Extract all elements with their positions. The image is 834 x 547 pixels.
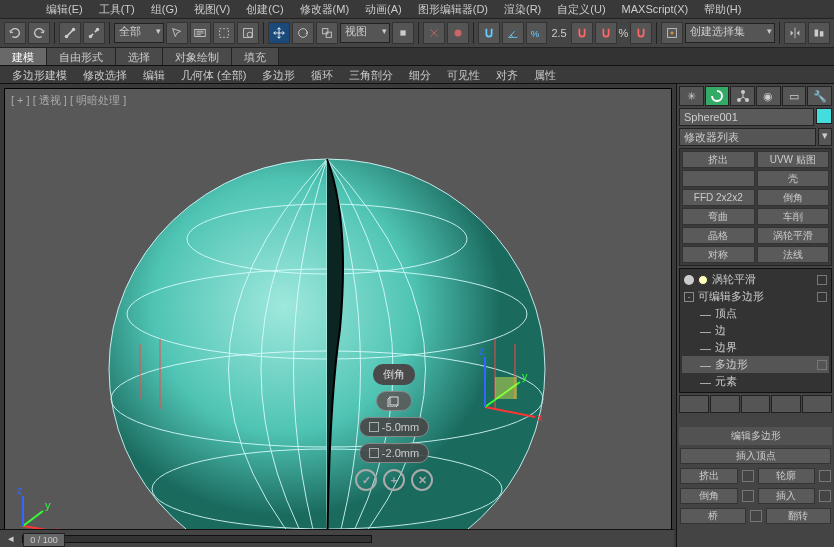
select-name-icon[interactable]	[190, 22, 212, 44]
show-end-icon[interactable]	[710, 395, 740, 413]
object-name-field[interactable]: Sphere001	[679, 108, 814, 126]
extrude-button[interactable]: 挤出	[680, 468, 738, 484]
percent-snap-icon[interactable]: %	[526, 22, 548, 44]
subtab-tris[interactable]: 三角剖分	[341, 66, 401, 83]
refcoord-dropdown[interactable]: 视图	[340, 23, 390, 43]
tab-populate[interactable]: 填充	[232, 48, 279, 65]
select-icon[interactable]	[166, 22, 188, 44]
subtab-geomall[interactable]: 几何体 (全部)	[173, 66, 254, 83]
move-icon[interactable]	[268, 22, 290, 44]
bevel-settings[interactable]	[742, 490, 754, 502]
modifier-dropdown-arrow[interactable]: ▾	[818, 128, 832, 146]
inset-settings[interactable]	[819, 490, 831, 502]
angle-snap-icon[interactable]	[502, 22, 524, 44]
pivot-icon[interactable]	[392, 22, 414, 44]
mod-blank[interactable]	[682, 170, 755, 187]
menu-group[interactable]: 组(G)	[145, 1, 184, 18]
stack-turbosmooth[interactable]: 涡轮平滑	[682, 271, 829, 288]
unlink-icon[interactable]	[83, 22, 105, 44]
transform-gizmo[interactable]: x y z	[465, 347, 545, 427]
snap-c-icon[interactable]	[630, 22, 652, 44]
flip-button[interactable]: 翻转	[766, 508, 832, 524]
subtab-props[interactable]: 属性	[526, 66, 564, 83]
remove-mod-icon[interactable]	[771, 395, 801, 413]
manipulate-icon[interactable]	[423, 22, 445, 44]
mod-bend[interactable]: 弯曲	[682, 208, 755, 225]
viewport-label[interactable]: [ + ] [ 透视 ] [ 明暗处理 ]	[11, 93, 126, 108]
mod-extrude[interactable]: 挤出	[682, 151, 755, 168]
caddy-cancel-button[interactable]: ✕	[411, 469, 433, 491]
snap-toggle-icon[interactable]	[478, 22, 500, 44]
menu-edit[interactable]: 编辑(E)	[40, 1, 89, 18]
menu-modifiers[interactable]: 修改器(M)	[294, 1, 356, 18]
bevel-button[interactable]: 倒角	[680, 488, 738, 504]
hierarchy-tab-icon[interactable]	[730, 86, 755, 106]
stack-element[interactable]: —元素	[682, 373, 829, 390]
extrude-settings[interactable]	[742, 470, 754, 482]
menu-help[interactable]: 帮助(H)	[698, 1, 747, 18]
configure-sets-icon[interactable]	[802, 395, 832, 413]
motion-tab-icon[interactable]: ◉	[756, 86, 781, 106]
modify-tab-icon[interactable]	[705, 86, 730, 106]
menu-grapheditors[interactable]: 图形编辑器(D)	[412, 1, 494, 18]
mod-ffd[interactable]: FFD 2x2x2	[682, 189, 755, 206]
mirror-icon[interactable]	[784, 22, 806, 44]
menu-tools[interactable]: 工具(T)	[93, 1, 141, 18]
stack-polygon[interactable]: —多边形	[682, 356, 829, 373]
stack-border[interactable]: —边界	[682, 339, 829, 356]
rollout-edit-polygons[interactable]: 编辑多边形	[679, 427, 832, 445]
redo-icon[interactable]	[28, 22, 50, 44]
caddy-height-spinner[interactable]: -5.0mm	[359, 417, 429, 437]
tab-freeform[interactable]: 自由形式	[47, 48, 116, 65]
mod-normal[interactable]: 法线	[757, 246, 830, 263]
caddy-type-button[interactable]	[376, 391, 412, 411]
time-slider[interactable]: ◂ 0 / 100	[0, 529, 674, 547]
tab-modeling[interactable]: 建模	[0, 48, 47, 65]
named-selset-dropdown[interactable]: 创建选择集	[685, 23, 775, 43]
tab-objectpaint[interactable]: 对象绘制	[163, 48, 232, 65]
outline-settings[interactable]	[819, 470, 831, 482]
timeline-track[interactable]: 0 / 100	[22, 535, 372, 543]
unique-icon[interactable]	[741, 395, 771, 413]
create-tab-icon[interactable]: ✳	[679, 86, 704, 106]
viewport-perspective[interactable]: [ + ] [ 透视 ] [ 明暗处理 ] x y z	[4, 88, 672, 543]
utilities-tab-icon[interactable]: 🔧	[807, 86, 832, 106]
mod-chamfer[interactable]: 倒角	[757, 189, 830, 206]
rotate-icon[interactable]	[292, 22, 314, 44]
menu-maxscript[interactable]: MAXScript(X)	[616, 2, 695, 16]
mod-shell[interactable]: 壳	[757, 170, 830, 187]
bridge-settings[interactable]	[750, 510, 762, 522]
subtab-loops[interactable]: 循环	[303, 66, 341, 83]
link-icon[interactable]	[59, 22, 81, 44]
modifier-stack[interactable]: 涡轮平滑 -可编辑多边形 —顶点 —边 —边界 —多边形 —元素	[679, 268, 832, 393]
mod-uvwmap[interactable]: UVW 贴图	[757, 151, 830, 168]
subtab-align[interactable]: 对齐	[488, 66, 526, 83]
menu-rendering[interactable]: 渲染(R)	[498, 1, 547, 18]
menu-animation[interactable]: 动画(A)	[359, 1, 408, 18]
menu-customize[interactable]: 自定义(U)	[551, 1, 611, 18]
modifier-list-dropdown[interactable]: 修改器列表	[679, 128, 816, 146]
subtab-edit[interactable]: 编辑	[135, 66, 173, 83]
inset-button[interactable]: 插入	[758, 488, 816, 504]
subtab-subdiv[interactable]: 细分	[401, 66, 439, 83]
outline-button[interactable]: 轮廓	[758, 468, 816, 484]
snap-b-icon[interactable]	[595, 22, 617, 44]
mod-turbosmooth[interactable]: 涡轮平滑	[757, 227, 830, 244]
caddy-outline-spinner[interactable]: -2.0mm	[359, 443, 429, 463]
window-crossing-icon[interactable]	[237, 22, 259, 44]
stack-edge[interactable]: —边	[682, 322, 829, 339]
subtab-visibility[interactable]: 可见性	[439, 66, 488, 83]
menu-create[interactable]: 创建(C)	[240, 1, 289, 18]
bridge-button[interactable]: 桥	[680, 508, 746, 524]
mod-lathe[interactable]: 车削	[757, 208, 830, 225]
tab-selection[interactable]: 选择	[116, 48, 163, 65]
mod-lattice[interactable]: 晶格	[682, 227, 755, 244]
selection-filter-dropdown[interactable]: 全部	[114, 23, 164, 43]
scale-icon[interactable]	[316, 22, 338, 44]
snap-a-icon[interactable]	[571, 22, 593, 44]
mod-symmetry[interactable]: 对称	[682, 246, 755, 263]
subtab-modifysel[interactable]: 修改选择	[75, 66, 135, 83]
caddy-apply-button[interactable]: +	[383, 469, 405, 491]
subtab-polymodel[interactable]: 多边形建模	[4, 66, 75, 83]
editor-icon[interactable]	[661, 22, 683, 44]
